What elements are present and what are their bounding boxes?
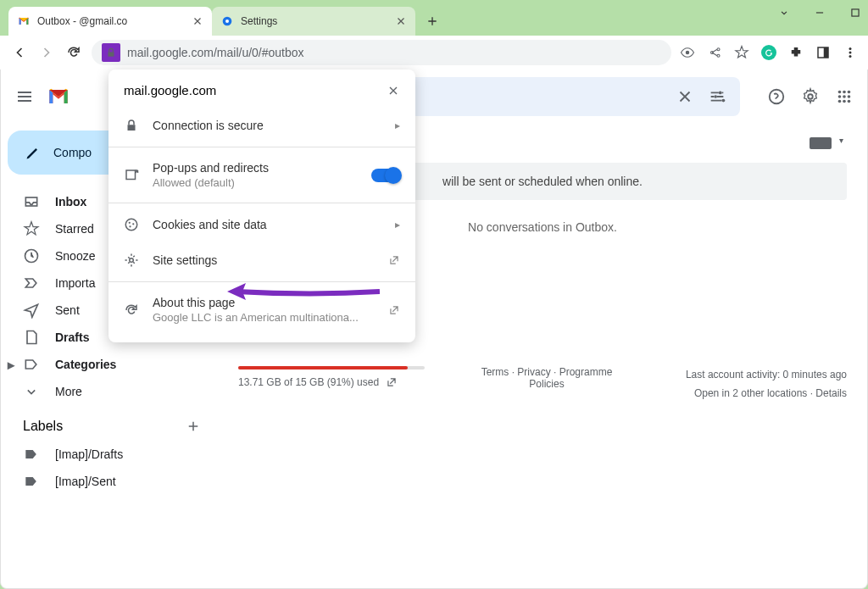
apps-icon[interactable] [835,87,854,106]
nav-label: Importa [55,276,95,290]
connection-secure-row[interactable]: Connection is secure ▸ [108,108,415,143]
nav-label: Sent [55,303,80,317]
menu-dots-icon[interactable] [843,45,858,60]
popup-label: Cookies and site data [153,218,381,231]
storage-progress-bar [238,366,425,370]
svg-point-16 [843,91,846,94]
svg-rect-3 [108,52,114,56]
refresh-icon [124,303,139,318]
url-bar[interactable]: mail.google.com/mail/u/0/#outbox [92,40,671,65]
tab-outbox[interactable]: Outbox - @gmail.co [8,7,212,36]
lock-icon [105,47,117,58]
nav-label: Snooze [55,249,95,263]
share-icon[interactable] [707,45,722,60]
add-label-button[interactable] [186,419,201,434]
svg-point-7 [849,47,852,50]
close-icon[interactable] [395,15,407,27]
footer-activity: Last account activity: 0 minutes ago Ope… [652,366,847,403]
star-icon [23,220,40,237]
storage-text: 13.71 GB of 15 GB (91%) used [238,376,379,388]
pencil-icon [25,144,42,161]
gmail-logo-icon[interactable] [45,83,72,110]
keyboard-icon [810,137,832,149]
settings-favicon-icon [220,14,234,28]
popup-label: Pop-ups and redirects [153,161,358,175]
minimize-icon[interactable] [814,7,826,19]
site-info-button[interactable] [102,43,120,62]
popup-sublabel: Allowed (default) [153,176,358,189]
label-name: [Imap]/Sent [55,475,116,488]
reload-button[interactable] [64,43,83,62]
help-icon[interactable] [767,87,786,106]
maximize-icon[interactable] [849,7,861,19]
popup-domain: mail.google.com [124,83,216,97]
input-method-button[interactable] [810,137,847,149]
address-bar-row: mail.google.com/mail/u/0/#outbox [0,36,868,69]
svg-point-23 [848,100,851,103]
footer-links[interactable]: Terms · Privacy · Programme Policies [476,366,618,390]
label-item[interactable]: [Imap]/Sent [1,468,218,495]
popup-label: Site settings [153,253,375,267]
sidebar-item-categories[interactable]: ▸ Categories [1,351,218,378]
svg-point-17 [848,91,851,94]
cookies-row[interactable]: Cookies and site data ▸ [108,207,415,242]
popup-window-icon [124,168,139,183]
star-icon[interactable] [734,45,749,60]
tune-icon[interactable] [708,87,726,106]
storage-info: 13.71 GB of 15 GB (91%) used [238,366,442,388]
new-tab-button[interactable] [420,9,444,33]
svg-point-31 [129,225,131,227]
svg-point-14 [808,94,813,99]
lock-icon [124,118,139,133]
svg-point-28 [125,219,137,231]
svg-point-20 [848,95,851,98]
svg-point-21 [838,100,842,103]
tab-settings[interactable]: Settings [212,7,415,36]
sidepanel-icon[interactable] [815,45,831,60]
svg-point-13 [770,90,784,104]
nav-label: More [55,385,82,398]
nav-label: Starred [55,222,94,236]
footer: 13.71 GB of 15 GB (91%) used Terms · Pri… [238,349,847,420]
label-item[interactable]: [Imap]/Drafts [1,441,218,468]
forward-button[interactable] [37,43,56,62]
label-name: [Imap]/Drafts [55,447,123,461]
nav-label: Drafts [55,331,89,344]
gear-icon[interactable] [801,87,820,106]
back-button[interactable] [10,43,29,62]
tab-title: Outbox - @gmail.co [37,15,185,27]
svg-point-10 [719,92,722,95]
hamburger-icon[interactable] [14,86,35,107]
chevron-down-icon[interactable] [778,7,790,19]
close-icon[interactable] [676,87,694,106]
svg-point-15 [838,91,842,94]
popups-redirects-row[interactable]: Pop-ups and redirects Allowed (default) [108,151,415,199]
svg-rect-6 [824,47,828,58]
svg-point-9 [849,55,852,58]
labels-header: Labels [1,405,218,441]
compose-label: Compo [53,146,92,159]
inbox-icon [23,193,40,210]
label-icon [23,473,40,490]
annotation-arrow-icon [227,279,380,304]
svg-point-8 [849,52,852,54]
expand-arrow-icon: ▸ [8,357,14,373]
svg-point-18 [838,95,842,98]
close-icon[interactable] [192,15,203,27]
svg-rect-27 [126,170,136,180]
sidebar-item-more[interactable]: More [1,378,218,405]
grammarly-icon[interactable] [761,45,776,60]
extensions-icon[interactable] [788,45,804,60]
cookie-icon [124,217,139,232]
close-icon[interactable] [387,84,400,97]
external-link-icon[interactable] [386,376,398,388]
gear-icon [124,253,139,268]
svg-point-22 [843,100,846,103]
site-settings-row[interactable]: Site settings [108,242,415,278]
svg-point-2 [225,19,229,23]
toggle-switch[interactable] [371,169,400,182]
chevron-down-icon [23,383,40,400]
eye-icon[interactable] [680,45,695,60]
popup-sublabel: Google LLC is an American multinationa..… [153,311,375,324]
file-icon [23,329,40,346]
